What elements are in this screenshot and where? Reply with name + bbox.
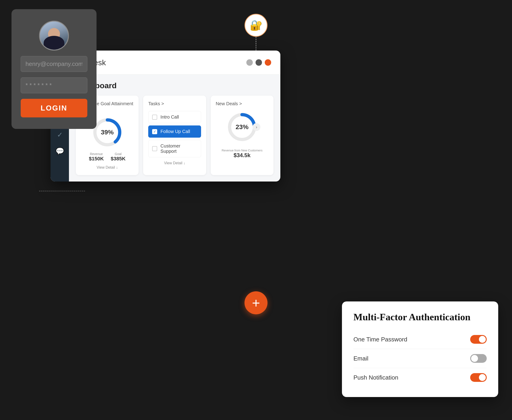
security-symbol: 🔐 bbox=[250, 19, 263, 31]
new-deals-panel: New Deals > 23% › Revenue from New Custo… bbox=[211, 96, 273, 175]
task-checkbox-intro[interactable] bbox=[152, 115, 157, 120]
dashed-line-vertical bbox=[256, 37, 256, 51]
goal-stat: Goal $385K bbox=[111, 152, 126, 162]
mfa-row-otp: One Time Password bbox=[354, 330, 487, 349]
tasks-panel-header: Tasks > bbox=[148, 101, 201, 106]
plus-icon: + bbox=[252, 295, 260, 311]
next-arrow[interactable]: › bbox=[253, 123, 260, 131]
tasks-panel: Tasks > Intro Call ✓ Follow Up Call Cust… bbox=[143, 96, 206, 175]
sidebar-icon-chat[interactable]: 💬 bbox=[56, 147, 64, 155]
sidebar-icon-check[interactable]: ✓ bbox=[57, 131, 63, 139]
security-icon-container: 🔐 bbox=[245, 14, 267, 37]
mfa-card: Multi-Factor Authentication One Time Pas… bbox=[342, 301, 498, 397]
revenue-stats: Revenue $150K Goal $385K bbox=[89, 152, 126, 162]
new-deals-donut-container: 23% › Revenue from New Customers $34.5k bbox=[216, 111, 268, 158]
new-deals-percent: 23% bbox=[235, 123, 248, 131]
toggle-email[interactable] bbox=[470, 354, 487, 363]
login-card: LOGIN bbox=[11, 9, 97, 129]
password-field[interactable] bbox=[21, 77, 87, 93]
window-control-minimize[interactable] bbox=[246, 59, 253, 66]
mfa-label-email: Email bbox=[354, 355, 368, 362]
revenue-percent: 39% bbox=[101, 129, 114, 136]
mfa-row-push: Push Notification bbox=[354, 368, 487, 387]
window-controls bbox=[246, 59, 271, 66]
mfa-title: Multi-Factor Authentication bbox=[354, 312, 487, 322]
tasks-view-detail[interactable]: View Detail ↓ bbox=[148, 161, 201, 165]
email-field[interactable] bbox=[21, 56, 87, 72]
window-control-maximize[interactable] bbox=[256, 59, 262, 66]
dashboard-panels: Revenue Goal Attainment > 39% bbox=[76, 96, 273, 175]
page-title: Dashboard bbox=[76, 81, 273, 90]
dashboard-content: Dashboard Revenue Goal Attainment > bbox=[69, 75, 280, 181]
mfa-label-otp: One Time Password bbox=[354, 336, 407, 343]
toggle-push[interactable] bbox=[470, 373, 487, 382]
task-checkbox-support[interactable] bbox=[152, 146, 157, 151]
avatar bbox=[39, 21, 69, 51]
task-list: Intro Call ✓ Follow Up Call Customer Sup… bbox=[148, 111, 201, 158]
window-control-close[interactable] bbox=[265, 59, 271, 66]
new-deals-panel-header: New Deals > bbox=[216, 101, 268, 106]
mfa-row-email: Email bbox=[354, 349, 487, 368]
revenue-view-detail[interactable]: View Detail ↓ bbox=[97, 165, 118, 170]
new-deals-donut: 23% › bbox=[226, 111, 258, 143]
mfa-label-push: Push Notification bbox=[354, 374, 398, 381]
new-deals-stats: Revenue from New Customers $34.5k bbox=[222, 149, 263, 158]
avatar-image bbox=[40, 22, 68, 50]
security-icon: 🔐 bbox=[245, 14, 267, 37]
revenue-stat: Revenue $150K bbox=[89, 152, 104, 162]
task-item-intro-call[interactable]: Intro Call bbox=[148, 111, 201, 123]
toggle-otp[interactable] bbox=[470, 335, 487, 344]
plus-button[interactable]: + bbox=[245, 291, 267, 314]
dashed-line-horizontal bbox=[39, 191, 85, 191]
login-button[interactable]: LOGIN bbox=[21, 99, 87, 117]
task-item-follow-up[interactable]: ✓ Follow Up Call bbox=[148, 126, 201, 138]
task-checkbox-follow-up[interactable]: ✓ bbox=[152, 129, 157, 134]
task-item-customer-support[interactable]: Customer Support bbox=[148, 140, 201, 158]
